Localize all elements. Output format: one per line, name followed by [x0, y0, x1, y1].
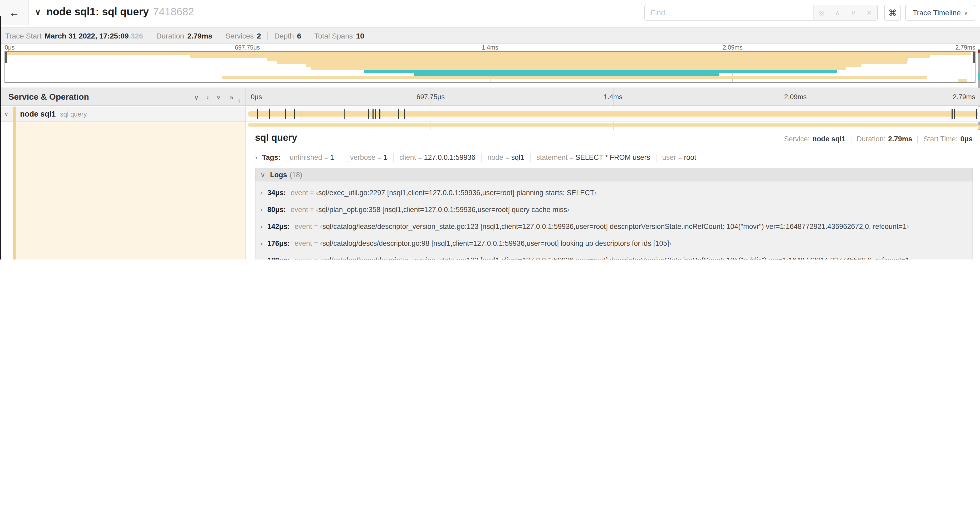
close-quote: ›	[909, 256, 912, 260]
detail-left-panel	[16, 122, 245, 260]
tag-value: sql1	[511, 153, 524, 161]
span-log-mark	[377, 109, 378, 119]
minimap-span-bar	[306, 64, 861, 67]
chevron-down-icon: ∨	[260, 171, 265, 179]
find-search-group: ◎∧∨✕	[644, 5, 878, 21]
tag-value: 1	[330, 153, 334, 161]
log-row[interactable]: ›34μs:event=‹sql/exec_util.go:2297 [nsql…	[256, 184, 972, 201]
summary-separator	[150, 32, 150, 40]
timeline-minimap[interactable]	[5, 51, 975, 83]
trace-title-text: node sql1: sql query	[46, 6, 149, 18]
clear-search-icon[interactable]: ✕	[865, 9, 874, 17]
open-quote: ‹	[316, 206, 318, 213]
column-resize-grip[interactable]: ‖	[238, 99, 241, 104]
back-button[interactable]: ←	[0, 0, 29, 25]
tags-label: Tags:	[262, 153, 280, 161]
span-duration-bar[interactable]	[248, 111, 978, 117]
log-row[interactable]: ›142μs:event=‹sql/catalog/lease/descript…	[256, 218, 972, 235]
timeline-tick-label: 0μs	[251, 93, 262, 101]
minimap-tick-label: 0μs	[5, 44, 15, 51]
minimap-span-bar	[364, 70, 837, 73]
minimap-span-bar	[277, 61, 907, 64]
log-message: sql/catalog/lease/descriptor_version_sta…	[322, 256, 909, 260]
prev-match-icon[interactable]: ∧	[833, 9, 842, 17]
open-quote: ‹	[316, 188, 318, 196]
tag-value: 127.0.0.1:59936	[424, 153, 475, 161]
tag-separator	[530, 153, 531, 162]
summary-value-suffix: .326	[129, 31, 143, 40]
open-quote: ‹	[320, 256, 322, 260]
log-timestamp: 80μs:	[267, 206, 286, 213]
trace-view-selector[interactable]: Trace Timeline ∨	[905, 5, 975, 21]
collapse-all-icon[interactable]: ∨	[194, 93, 199, 101]
minimap-tick-label: 2.09ms	[722, 44, 742, 51]
minimap-tick-label: 697.75μs	[235, 44, 260, 51]
log-row[interactable]: ›189μs:event=‹sql/catalog/lease/descript…	[256, 252, 972, 260]
tag-value: 1	[383, 153, 387, 161]
span-log-mark	[952, 109, 953, 119]
next-match-icon[interactable]: ∨	[848, 9, 858, 17]
chevron-right-icon: ›	[260, 206, 262, 213]
trace-collapse-icon[interactable]: ∨	[35, 7, 41, 17]
equals-sign: =	[314, 256, 318, 260]
page-header: ← ∨ node sql1: sql query7418682 ◎∧∨✕ ⌘ T…	[0, 0, 980, 25]
find-input[interactable]	[645, 5, 813, 20]
tag-value: root	[684, 153, 696, 161]
minimap-right-scrubber[interactable]	[973, 52, 975, 63]
span-log-mark	[373, 109, 374, 119]
span-detail-header: sql query Service:node sql1Duration:2.79…	[255, 131, 973, 147]
tag-separator	[656, 153, 657, 162]
equals-sign: =	[310, 206, 314, 213]
minimap-tick-label: 1.4ms	[482, 44, 498, 51]
detail-color-strip	[13, 122, 16, 260]
chevron-right-icon: ›	[260, 222, 262, 230]
summary-value: 6	[297, 31, 301, 40]
minimap-left-scrubber[interactable]	[5, 52, 7, 63]
close-quote: ›	[669, 239, 671, 247]
meta-separator	[851, 135, 851, 143]
tag-item: _verbose=1	[346, 153, 387, 161]
summary-item: Services2	[226, 31, 261, 40]
span-row-node-sql1[interactable]: ∨ node sql1 sql query	[0, 107, 245, 122]
span-log-mark	[301, 109, 301, 119]
summary-item: Duration2.79ms	[156, 31, 212, 40]
back-arrow-icon: ←	[9, 6, 19, 19]
span-log-mark	[375, 109, 376, 119]
log-row[interactable]: ›176μs:event=‹sql/catalog/descs/descript…	[256, 235, 972, 252]
keyboard-shortcuts-button[interactable]: ⌘	[884, 5, 901, 21]
summary-label: Trace Start	[5, 31, 41, 40]
log-message: sql/plan_opt.go:358 [nsql1,client=127.0.…	[318, 206, 567, 213]
expand-deep-icon[interactable]: »	[230, 93, 234, 101]
meta-value: 2.79ms	[888, 135, 912, 143]
logs-list: ›34μs:event=‹sql/exec_util.go:2297 [nsql…	[255, 181, 973, 260]
meta-value: 0μs	[960, 135, 973, 143]
equals-sign: =	[314, 240, 318, 247]
logs-accordion-header[interactable]: ∨ Logs (18)	[255, 168, 973, 181]
log-field-key: event	[291, 206, 308, 213]
logs-section: ∨ Logs (18) ›34μs:event=‹sql/exec_util.g…	[255, 168, 973, 260]
log-row[interactable]: ›80μs:event=‹sql/plan_opt.go:358 [nsql1,…	[256, 201, 972, 218]
equals-sign: =	[314, 223, 318, 230]
tag-separator	[393, 153, 394, 162]
minimap-tick-labels: 0μs697.75μs1.4ms2.09ms2.79ms	[0, 44, 980, 51]
tag-value: SELECT * FROM users	[576, 153, 650, 161]
find-suffix-buttons: ◎∧∨✕	[813, 5, 877, 20]
collapse-deep-icon[interactable]: »	[217, 93, 221, 101]
meta-label: Start Time:	[923, 135, 958, 143]
equals-sign: =	[377, 154, 381, 161]
span-log-mark	[294, 109, 295, 119]
tag-key: _unfinished	[286, 153, 322, 161]
expand-all-icon[interactable]: ›	[207, 93, 209, 101]
tags-accordion[interactable]: ›Tags:_unfinished=1_verbose=1client=127.…	[255, 150, 973, 164]
trace-title: node sql1: sql query7418682	[46, 6, 194, 18]
minimap-span-bar	[310, 67, 846, 70]
match-target-icon[interactable]: ◎	[817, 9, 826, 17]
span-collapse-icon[interactable]: ∨	[4, 111, 8, 118]
minimap-span-bar	[5, 52, 971, 55]
span-detail-meta: Service:node sql1Duration:2.79msStart Ti…	[784, 135, 973, 143]
span-log-mark	[380, 109, 380, 119]
meta-label: Service:	[784, 135, 810, 143]
view-selector-label: Trace Timeline	[913, 8, 961, 17]
log-field-key: event	[294, 256, 312, 260]
equals-sign: =	[570, 154, 574, 161]
